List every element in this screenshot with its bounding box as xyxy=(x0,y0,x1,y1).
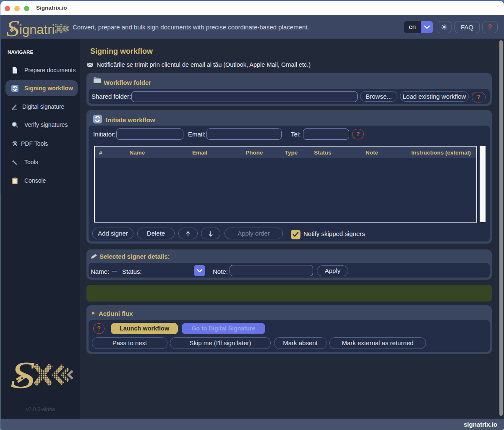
svg-text:S: S xyxy=(6,16,19,39)
svg-text:ignatri: ignatri xyxy=(19,22,55,37)
